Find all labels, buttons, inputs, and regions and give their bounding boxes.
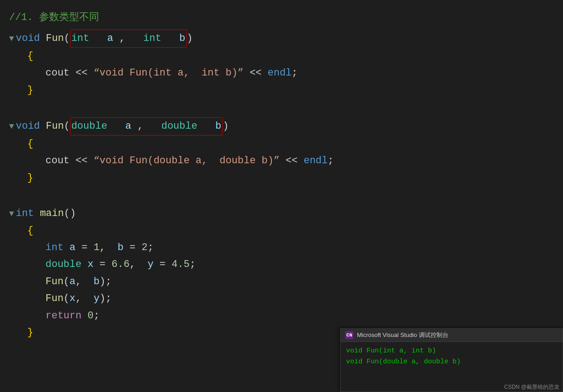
func1-params-highlight: int a , int b xyxy=(70,30,187,47)
collapse-icon-func1[interactable]: ▼ xyxy=(9,32,14,46)
func2-open-brace: { xyxy=(9,136,563,152)
func2-name: Fun xyxy=(46,118,64,135)
func1-void-kw: void xyxy=(16,30,40,47)
main-line4: Fun ( x , y ) ; xyxy=(9,290,563,307)
watermark: CSDN @戴墨镜的恐龙 xyxy=(504,383,559,391)
main-line3: Fun ( a , b ) ; xyxy=(9,273,563,290)
func2-section: ▼ void Fun ( double a , double b ) { cou… xyxy=(9,117,563,186)
func1-open-brace: { xyxy=(9,48,563,65)
func1-body: cout << “void Fun(int a, int b)” << endl… xyxy=(9,65,563,81)
func2-void-kw: void xyxy=(16,118,40,135)
console-popup: CN Microsoft Visual Studio 调试控制台 void Fu… xyxy=(340,328,563,392)
func1-close-brace: } xyxy=(9,82,563,99)
main-open-brace: { xyxy=(9,222,563,239)
console-output: void Fun(int a, int b) void Fun(double a… xyxy=(341,342,563,371)
console-titlebar: CN Microsoft Visual Studio 调试控制台 xyxy=(341,329,563,342)
console-output-line1: void Fun(int a, int b) xyxy=(346,346,557,357)
main-section: ▼ int main () { int a = 1 , b = 2 ; doub… xyxy=(9,205,563,341)
main-line1: int a = 1 , b = 2 ; xyxy=(9,239,563,256)
main-line2: double x = 6.6 , y = 4.5 ; xyxy=(9,256,563,273)
func2-signature: ▼ void Fun ( double a , double b ) xyxy=(9,117,563,135)
func1-signature: ▼ void Fun ( int a , int b ) xyxy=(9,30,563,47)
collapse-icon-func2[interactable]: ▼ xyxy=(9,120,14,134)
comment-text: //1. 参数类型不同 xyxy=(9,9,99,26)
code-editor: //1. 参数类型不同 ▼ void Fun ( int a , int b )… xyxy=(0,0,563,352)
console-output-line2: void Fun(double a, double b) xyxy=(346,357,557,367)
func1-section: ▼ void Fun ( int a , int b ) { cout << “… xyxy=(9,30,563,99)
main-int-kw: int xyxy=(16,205,34,222)
vs-icon: CN xyxy=(345,331,353,339)
func2-body: cout << “void Fun(double a, double b)” <… xyxy=(9,152,563,169)
comment-line: //1. 参数类型不同 xyxy=(9,9,563,26)
main-signature: ▼ int main () xyxy=(9,205,563,222)
func2-params-highlight: double a , double b xyxy=(70,117,223,135)
console-title: Microsoft Visual Studio 调试控制台 xyxy=(357,331,448,339)
main-name: main xyxy=(40,205,64,222)
func2-close-brace: } xyxy=(9,170,563,186)
main-line5: return 0 ; xyxy=(9,307,563,324)
collapse-icon-main[interactable]: ▼ xyxy=(9,207,14,221)
func1-name: Fun xyxy=(46,30,64,47)
